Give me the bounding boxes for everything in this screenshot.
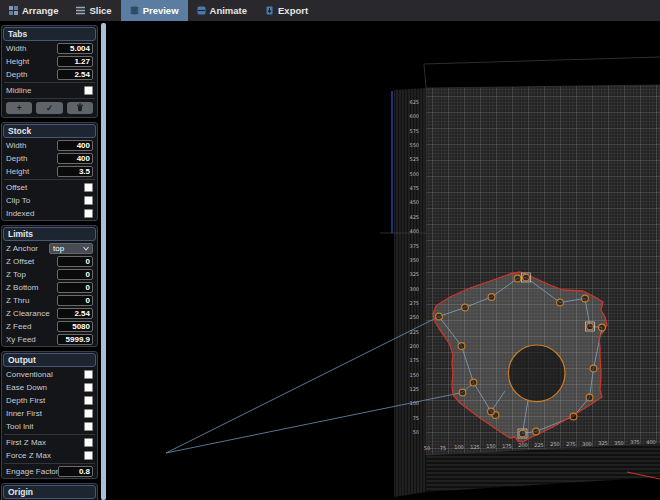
toolbar-button-preview[interactable]: Preview [121, 0, 188, 21]
hole-marker[interactable] [488, 408, 495, 415]
stock-edge-line [424, 64, 426, 88]
hole-marker[interactable] [599, 324, 606, 331]
setting-row: Depth400 [2, 152, 97, 165]
hole-marker[interactable] [514, 275, 521, 282]
panel-header[interactable]: Stock [3, 124, 96, 138]
hole-marker[interactable] [523, 274, 530, 281]
hole-marker[interactable] [587, 323, 594, 330]
value-input[interactable]: 400 [57, 140, 93, 151]
hole-marker[interactable] [533, 428, 540, 435]
setting-row: Width5.004 [2, 42, 97, 55]
value-input[interactable]: 0.8 [58, 466, 93, 477]
value-input[interactable]: 0 [57, 282, 93, 293]
checkbox[interactable] [84, 383, 93, 392]
checkbox[interactable] [84, 86, 93, 95]
divider [4, 98, 95, 99]
hole-marker[interactable] [570, 413, 577, 420]
panel-header[interactable]: Tabs [3, 27, 96, 41]
hole-marker[interactable] [462, 304, 469, 311]
divider [4, 463, 95, 464]
setting-label: Conventional [6, 370, 53, 379]
panel-limits: LimitsZ AnchortopZ Offset0Z Top0Z Bottom… [1, 225, 98, 347]
setting-label: Z Feed [6, 322, 31, 331]
value-input[interactable]: 5999.9 [57, 334, 93, 345]
toolbar-button-export[interactable]: Export [256, 0, 317, 21]
hole-marker[interactable] [586, 394, 593, 401]
value-input[interactable]: 2.54 [57, 308, 93, 319]
x-ruler-label: 400 [646, 439, 656, 445]
checkbox[interactable] [84, 183, 93, 192]
checkbox[interactable] [84, 438, 93, 447]
hole-marker[interactable] [582, 295, 589, 302]
checkbox[interactable] [84, 422, 93, 431]
setting-row: Midline [2, 84, 97, 97]
checkbox[interactable] [84, 396, 93, 405]
chevron-down-icon [83, 244, 89, 253]
hole-marker[interactable] [557, 299, 564, 306]
x-ruler-label: 100 [454, 444, 464, 450]
y-ruler-label: 275 [409, 300, 419, 306]
hole-marker[interactable] [459, 389, 466, 396]
toolbar-button-slice[interactable]: Slice [67, 0, 120, 21]
hole-marker[interactable] [590, 365, 597, 372]
setting-row: Indexed [2, 207, 97, 220]
settings-sidebar: TabsWidth5.004Height1.27Depth2.54Midline… [0, 23, 99, 500]
preview-viewport[interactable]: 6256005755505255004754504254003753503253… [0, 0, 660, 500]
arrange-icon [9, 6, 18, 15]
panel-stock: StockWidth400Depth400Height3.5OffsetClip… [1, 122, 98, 221]
toolbar-button-animate[interactable]: Animate [188, 0, 256, 21]
setting-row: Engage Factor0.8 [2, 465, 97, 478]
value-input[interactable]: 3.5 [57, 166, 93, 177]
value-input[interactable]: 5080 [57, 321, 93, 332]
x-ruler-label: 75 [440, 445, 446, 451]
hole-marker[interactable] [458, 343, 465, 350]
value-input[interactable]: 0 [57, 256, 93, 267]
setting-label: Indexed [6, 209, 34, 218]
x-ruler-label: 175 [502, 443, 512, 449]
value-input[interactable]: 2.54 [57, 69, 93, 80]
dropdown-select[interactable]: top [49, 243, 93, 254]
setting-row: Depth First [2, 394, 97, 407]
value-input[interactable]: 400 [57, 153, 93, 164]
y-ruler-label: 325 [409, 271, 419, 277]
sidebar-scrollbar[interactable] [101, 23, 106, 500]
toolbar-button-arrange[interactable]: Arrange [0, 0, 67, 21]
setting-row: Z Top0 [2, 268, 97, 281]
panel-header[interactable]: Output [3, 353, 96, 367]
hole-marker[interactable] [488, 294, 495, 301]
checkbox[interactable] [84, 451, 93, 460]
x-ruler-label: 325 [598, 440, 608, 446]
checkbox[interactable] [84, 409, 93, 418]
trash-button[interactable] [67, 102, 93, 114]
check-button[interactable]: ✓ [36, 102, 62, 114]
setting-row: Z Bottom0 [2, 281, 97, 294]
plus-button[interactable]: + [6, 102, 32, 114]
value-input[interactable]: 1.27 [57, 56, 93, 67]
hole-marker[interactable] [436, 313, 443, 320]
y-ruler-label: 450 [409, 199, 419, 205]
y-ruler-label: 225 [409, 329, 419, 335]
setting-label: Z Offset [6, 257, 34, 266]
value-input[interactable]: 5.004 [57, 43, 93, 54]
hole-marker[interactable] [470, 379, 477, 386]
checkbox[interactable] [84, 196, 93, 205]
setting-label: Midline [6, 86, 31, 95]
y-ruler-label: 425 [409, 214, 419, 220]
setting-row: Tool Init [2, 420, 97, 433]
panel-header[interactable]: Origin [3, 485, 96, 499]
setting-label: Tool Init [6, 422, 34, 431]
setting-row: Clip To [2, 194, 97, 207]
x-ruler-label: 275 [566, 441, 576, 447]
stock-left-face [394, 88, 426, 497]
panel-output: OutputConventionalEase DownDepth FirstIn… [1, 351, 98, 479]
selected-option: top [53, 244, 64, 253]
value-input[interactable]: 0 [57, 295, 93, 306]
checkbox[interactable] [84, 370, 93, 379]
value-input[interactable]: 0 [57, 269, 93, 280]
panel-header[interactable]: Limits [3, 227, 96, 241]
hole-marker[interactable] [519, 430, 526, 437]
checkbox[interactable] [84, 209, 93, 218]
stock-edge-line [424, 57, 660, 64]
panel-origin: OriginOrigin TopOrigin CenterOffset X0 [1, 483, 98, 500]
y-ruler-label: 600 [409, 113, 419, 119]
